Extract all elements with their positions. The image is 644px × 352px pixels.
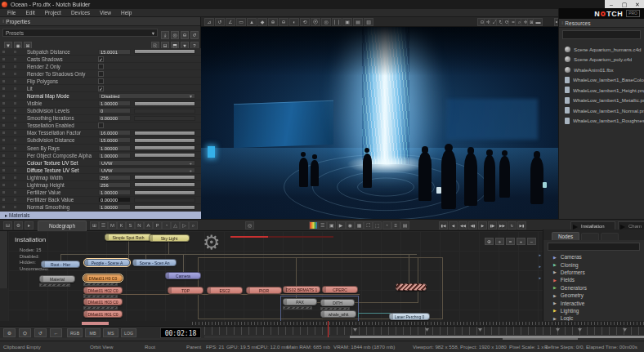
- nodegraph-tool-n[interactable]: N: [135, 221, 144, 229]
- property-slider[interactable]: [134, 175, 195, 180]
- viewport-tool-icon-2[interactable]: ∠: [226, 18, 235, 26]
- keyframe-toggle-icon[interactable]: [2, 102, 5, 105]
- animate-toggle-icon[interactable]: [14, 131, 16, 134]
- animate-toggle-icon[interactable]: [14, 147, 16, 149]
- viewport-tool-icon-1[interactable]: ↺: [215, 18, 225, 26]
- keyframe-marker[interactable]: [556, 328, 560, 332]
- resource-item[interactable]: WhaleAnim01.fbx: [559, 65, 644, 75]
- animate-toggle-icon[interactable]: [14, 198, 16, 201]
- graph-node[interactable]: Camera: [165, 272, 201, 279]
- resource-item[interactable]: WhaleLow_lambert1_Height.png: [559, 85, 644, 96]
- graph-node[interactable]: CPERC: [322, 286, 358, 293]
- property-slider[interactable]: [134, 138, 195, 143]
- graph-node[interactable]: TOP: [168, 287, 203, 294]
- viewport-tool-icon-9[interactable]: ⟲: [300, 18, 310, 26]
- graph-node[interactable]: Sky Light: [149, 234, 190, 242]
- canvas-zoom-4[interactable]: −: [527, 238, 536, 245]
- graph-node[interactable]: People - Scene A: [84, 259, 130, 266]
- property-slider[interactable]: [134, 182, 195, 187]
- category-generators[interactable]: ▶Generators: [543, 284, 644, 292]
- menu-view[interactable]: View: [96, 9, 115, 17]
- display-toggle-icon-1[interactable]: ☰: [318, 221, 327, 229]
- graph-node[interactable]: whale_whit: [320, 310, 356, 318]
- viewport-tool-icon-6[interactable]: ⊕: [268, 18, 278, 26]
- nodegraph-tool-☰[interactable]: ☰: [99, 221, 108, 229]
- tab-ghost-1[interactable]: [581, 233, 599, 240]
- keyframe-toggle-icon[interactable]: [2, 162, 5, 164]
- property-value-field[interactable]: 1.00000: [98, 153, 131, 158]
- keyframe-toggle-icon[interactable]: [2, 95, 5, 97]
- property-value-field[interactable]: 16.0000: [98, 130, 131, 136]
- keyframe-marker[interactable]: [353, 328, 357, 332]
- keyframe-marker[interactable]: [578, 328, 582, 332]
- animate-toggle-icon[interactable]: [14, 124, 16, 127]
- keyframe-marker[interactable]: [623, 328, 627, 332]
- animate-toggle-icon[interactable]: [14, 206, 16, 208]
- canvas-zoom-0[interactable]: ⊕: [485, 238, 494, 245]
- timeline-icon-button-3[interactable]: ←: [50, 328, 62, 337]
- expand-arrow-icon[interactable]: ▶: [553, 255, 557, 260]
- nodegraph-panel-icon-2[interactable]: ▸: [25, 221, 34, 229]
- animate-toggle-icon[interactable]: [14, 102, 16, 105]
- toggle-rgb[interactable]: RGB: [67, 328, 83, 337]
- resource-item[interactable]: WhaleLow_lambert1_BaseColor.p: [559, 75, 644, 86]
- keyframe-toggle-icon[interactable]: [2, 51, 5, 53]
- transport-7[interactable]: ↻: [508, 221, 517, 229]
- graph-node[interactable]: Scene - Scen An: [132, 259, 177, 266]
- animate-toggle-icon[interactable]: [14, 73, 16, 75]
- nodegraph-panel-icon-1[interactable]: ⚙: [14, 221, 23, 229]
- graph-node[interactable]: [396, 283, 427, 291]
- keyframe-marker[interactable]: [478, 328, 482, 332]
- transport-0[interactable]: ▮◀: [439, 221, 448, 229]
- keyframe-toggle-icon[interactable]: [2, 58, 5, 60]
- animate-toggle-icon[interactable]: [14, 191, 16, 194]
- animate-toggle-icon[interactable]: [14, 176, 16, 179]
- property-slider[interactable]: [134, 145, 195, 150]
- category-geometry[interactable]: ▶Geometry: [543, 292, 644, 299]
- property-dropdown[interactable]: UVW+: [98, 167, 195, 173]
- property-checkbox[interactable]: [98, 123, 104, 128]
- animate-toggle-icon[interactable]: [14, 87, 16, 90]
- animate-toggle-icon[interactable]: [14, 109, 16, 112]
- nodegraph-side-tab[interactable]: Nodegraph: [0, 231, 8, 288]
- transport-3[interactable]: ◀▮: [468, 221, 477, 229]
- transport-8[interactable]: ▶▮: [517, 221, 526, 229]
- keyframe-toggle-icon[interactable]: [2, 176, 5, 179]
- viewport-tool-icon-15[interactable]: ▥: [364, 18, 373, 26]
- property-slider[interactable]: [134, 205, 195, 210]
- display-toggle-icon-5[interactable]: ▦: [355, 221, 364, 229]
- graph-node[interactable]: PIOR: [246, 287, 282, 294]
- resource-item[interactable]: WhaleLow_lambert1_Metallic.png: [559, 96, 644, 106]
- transport-6[interactable]: ▶▶: [498, 221, 507, 229]
- display-toggle-icon-0[interactable]: ▩: [309, 221, 318, 229]
- record-icon[interactable]: ◎: [245, 221, 254, 229]
- property-checkbox[interactable]: [98, 78, 104, 84]
- viewport-tool-icon-8[interactable]: ◐: [289, 18, 299, 26]
- property-checkbox[interactable]: [98, 64, 104, 69]
- viewport[interactable]: [201, 27, 558, 219]
- keyframe-toggle-icon[interactable]: [2, 139, 5, 141]
- viewport-tool-icon-3[interactable]: ▭: [236, 18, 246, 26]
- display-toggle-icon-4[interactable]: ◉: [346, 221, 355, 229]
- property-value-field[interactable]: 0.00000: [98, 115, 131, 121]
- expand-arrow-icon[interactable]: ▶: [553, 308, 557, 313]
- expand-arrow-icon[interactable]: ▶: [553, 278, 557, 283]
- property-checkbox[interactable]: ✓: [98, 56, 104, 62]
- gear-icon[interactable]: ⚙: [203, 231, 221, 254]
- graph-node[interactable]: DMatt01 H0 C0: [83, 274, 123, 282]
- nodegraph-tool-⊞[interactable]: ⊞: [90, 221, 99, 229]
- playhead[interactable]: [328, 321, 329, 337]
- expand-arrow-icon[interactable]: ▶: [553, 262, 557, 267]
- animate-toggle-icon[interactable]: [14, 184, 16, 186]
- canvas-zoom-3[interactable]: +: [517, 238, 525, 245]
- nodegraph-tool-p[interactable]: P: [153, 221, 162, 229]
- category-cameras[interactable]: ▶Cameras: [543, 253, 644, 261]
- viewport-tool-icon-12[interactable]: ❘❘: [332, 18, 342, 26]
- graph-node[interactable]: DMatt01 H01 C0: [83, 310, 123, 318]
- animate-toggle-icon[interactable]: [14, 80, 16, 82]
- keyframe-toggle-icon[interactable]: [2, 124, 5, 127]
- display-toggle-icon-8[interactable]: ◔: [382, 221, 391, 229]
- nodegraph-tool-△[interactable]: △: [171, 221, 180, 229]
- nodegraph-canvas[interactable]: Installation Nodes: 15Disabled:Hidden:Un…: [8, 231, 543, 321]
- viewport-tool-icon-7[interactable]: ⊖: [279, 18, 288, 26]
